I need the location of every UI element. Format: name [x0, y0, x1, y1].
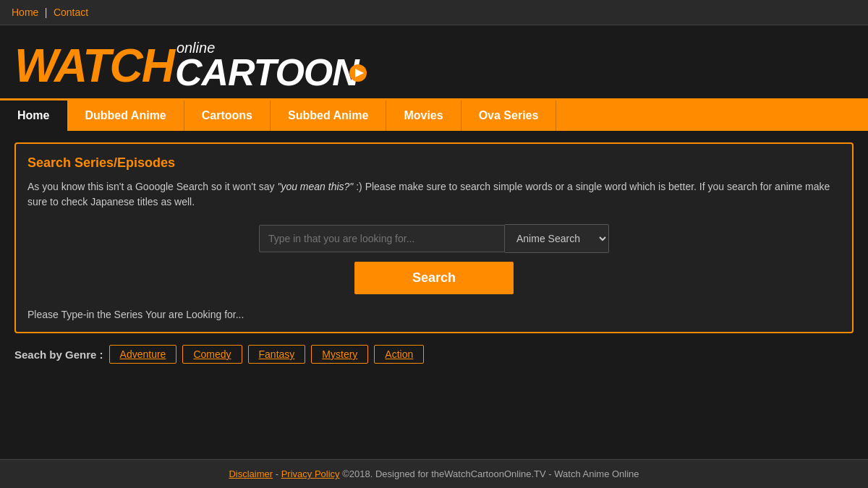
disclaimer-link[interactable]: Disclaimer [229, 468, 273, 479]
search-description: As you know this isn't a Gooogle Search … [27, 179, 841, 210]
home-link[interactable]: Home [12, 7, 38, 18]
nav: Home Dubbed Anime Cartoons Subbed Anime … [0, 100, 868, 131]
nav-item-dubbed[interactable]: Dubbed Anime [67, 100, 184, 131]
genre-tag-comedy[interactable]: Comedy [182, 345, 242, 364]
logo-area: WATCH online CARTOON [0, 25, 868, 100]
search-type-select[interactable]: Anime Search Cartoon Search Movie Search [505, 224, 609, 253]
contact-link[interactable]: Contact [54, 7, 88, 18]
genre-label: Seach by Genre : [14, 348, 103, 361]
genre-tag-adventure[interactable]: Adventure [109, 345, 177, 364]
footer-separator1: - [276, 468, 281, 479]
nav-item-cartoons[interactable]: Cartoons [184, 100, 271, 131]
main-content: Search Series/Episodes As you know this … [0, 131, 868, 375]
search-button[interactable]: Search [354, 262, 514, 294]
search-input[interactable] [259, 225, 505, 252]
genre-tag-mystery[interactable]: Mystery [311, 345, 368, 364]
search-section: Search Series/Episodes As you know this … [14, 142, 854, 333]
nav-item-subbed[interactable]: Subbed Anime [271, 100, 386, 131]
search-form: Anime Search Cartoon Search Movie Search… [27, 224, 841, 320]
search-inputs: Anime Search Cartoon Search Movie Search [259, 224, 609, 253]
nav-item-ova[interactable]: Ova Series [461, 100, 557, 131]
logo: WATCH online CARTOON [14, 40, 854, 91]
search-status: Please Type-in the Series Your are Looki… [27, 309, 841, 320]
logo-watch: WATCH [14, 43, 174, 89]
genre-tag-action[interactable]: Action [374, 345, 424, 364]
logo-cartoon: CARTOON [175, 53, 359, 91]
genre-tag-fantasy[interactable]: Fantasy [248, 345, 306, 364]
search-title: Search Series/Episodes [27, 155, 841, 171]
top-bar: Home | Contact [0, 0, 868, 25]
logo-right: online CARTOON [175, 40, 359, 91]
privacy-link[interactable]: Privacy Policy [281, 468, 340, 479]
separator: | [45, 7, 48, 18]
genre-section: Seach by Genre : Adventure Comedy Fantas… [14, 345, 854, 364]
nav-item-movies[interactable]: Movies [386, 100, 461, 131]
nav-item-home[interactable]: Home [0, 100, 67, 131]
footer-copyright: ©2018. Designed for theWatchCartoonOnlin… [342, 468, 639, 479]
footer: Disclaimer - Privacy Policy ©2018. Desig… [0, 459, 868, 488]
